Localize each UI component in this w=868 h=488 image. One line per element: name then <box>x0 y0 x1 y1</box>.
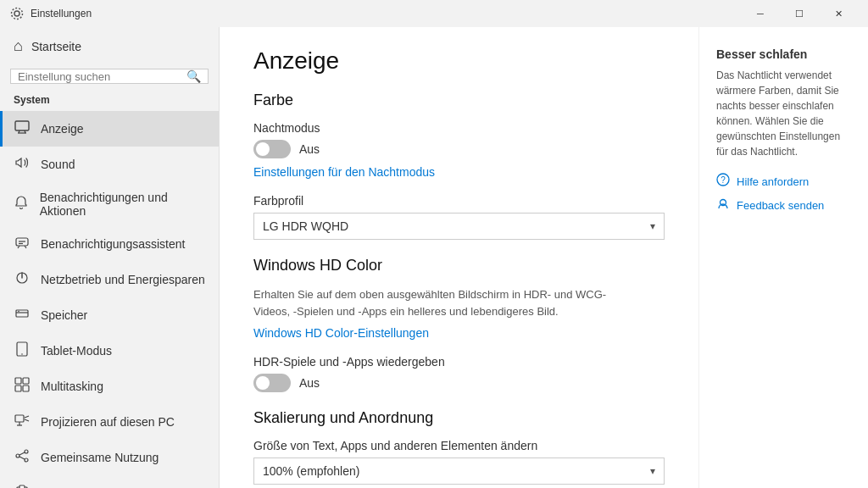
svg-line-21 <box>25 416 29 418</box>
svg-point-26 <box>16 454 19 458</box>
sidebar-item-multitasking[interactable]: Multitasking <box>0 369 219 404</box>
sidebar-item-label-netzbetrieb: Netzbetrieb und Energiesparen <box>41 273 205 286</box>
svg-point-27 <box>25 458 28 462</box>
sidebar-item-label-tablet: Tablet-Modus <box>41 344 112 358</box>
display-icon <box>14 119 31 138</box>
sidebar-item-sound[interactable]: Sound <box>0 147 219 182</box>
project-icon <box>14 413 31 431</box>
tablet-icon <box>14 341 31 360</box>
farbprofil-label: Farbprofil <box>253 194 665 208</box>
sidebar-item-anzeige[interactable]: Anzeige <box>0 111 219 147</box>
sidebar-item-label-sound: Sound <box>41 158 75 171</box>
sidebar: ⌂ Startseite 🔍 System Anzeige Sound Ben <box>0 27 220 488</box>
sound-icon <box>14 155 31 174</box>
groesse-select[interactable]: 100% (empfohlen) ▾ <box>253 458 665 485</box>
help-link[interactable]: ? Hilfe anfordern <box>716 173 851 190</box>
title-bar: Einstellungen ─ ☐ ✕ <box>0 0 868 27</box>
window-title: Einstellungen <box>31 8 741 19</box>
sidebar-item-tablet[interactable]: Tablet-Modus <box>0 333 219 369</box>
svg-point-13 <box>18 311 19 313</box>
help-label: Hilfe anfordern <box>737 175 809 188</box>
groesse-label: Größe von Text, Apps und anderen Element… <box>253 439 665 452</box>
sidebar-item-label-projizieren: Projizieren auf diesen PC <box>41 415 175 429</box>
svg-rect-19 <box>23 385 29 391</box>
search-box[interactable]: 🔍 <box>10 69 209 84</box>
svg-line-29 <box>19 457 25 459</box>
nachtmodus-link[interactable]: Einstellungen für den Nachtmodus <box>253 165 435 179</box>
feedback-label: Feedback senden <box>737 199 824 212</box>
nachtmodus-label: Nachtmodus <box>253 121 665 135</box>
close-button[interactable]: ✕ <box>819 0 858 27</box>
svg-point-1 <box>12 8 23 19</box>
feedback-link[interactable]: Feedback senden <box>716 197 851 214</box>
sidebar-item-projizieren[interactable]: Projizieren auf diesen PC <box>0 404 219 440</box>
nachtmodus-toggle-row: Aus <box>253 140 665 158</box>
sidebar-item-netzbetrieb[interactable]: Netzbetrieb und Energiesparen <box>0 262 219 297</box>
groesse-value: 100% (empfohlen) <box>263 464 643 478</box>
svg-rect-18 <box>15 385 21 391</box>
svg-rect-11 <box>16 310 28 317</box>
svg-rect-20 <box>15 415 24 422</box>
hdr-toggle-text: Aus <box>299 376 320 390</box>
svg-line-22 <box>25 419 29 421</box>
search-input[interactable] <box>18 70 181 83</box>
sidebar-item-label-assistent: Benachrichtigungsassistent <box>41 237 185 251</box>
sidebar-item-zwischenablage[interactable]: Zwischenablage <box>0 475 219 488</box>
app-container: ⌂ Startseite 🔍 System Anzeige Sound Ben <box>0 27 868 488</box>
sidebar-item-label-speicher: Speicher <box>41 308 87 322</box>
maximize-button[interactable]: ☐ <box>780 0 819 27</box>
nachtmodus-toggle[interactable] <box>253 140 291 158</box>
feedback-icon <box>716 197 730 214</box>
minimize-button[interactable]: ─ <box>741 0 780 27</box>
sidebar-item-label-multitasking: Multitasking <box>41 380 103 393</box>
home-label: Startseite <box>31 40 81 53</box>
sidebar-item-gemeinsam[interactable]: Gemeinsame Nutzung <box>0 440 219 475</box>
power-icon <box>14 270 31 289</box>
sidebar-item-assistent[interactable]: Benachrichtigungsassistent <box>0 226 219 262</box>
section-hdcolor: Windows HD Color <box>253 257 665 274</box>
svg-point-25 <box>25 450 28 453</box>
farbprofil-select[interactable]: LG HDR WQHD ▾ <box>253 213 665 240</box>
svg-point-15 <box>21 353 23 355</box>
main-content: Anzeige Farbe Nachtmodus Aus Einstellung… <box>220 27 698 488</box>
notification-icon <box>14 195 30 214</box>
share-icon <box>14 448 31 467</box>
window-controls: ─ ☐ ✕ <box>741 0 858 27</box>
home-icon: ⌂ <box>14 37 23 55</box>
storage-icon <box>14 306 31 324</box>
svg-rect-16 <box>15 378 21 384</box>
svg-line-28 <box>19 452 25 455</box>
hdr-label: HDR-Spiele und -Apps wiedergeben <box>253 355 665 369</box>
assistant-icon <box>14 235 31 253</box>
sidebar-item-benachrichtigungen[interactable]: Benachrichtigungen und Aktionen <box>0 182 219 226</box>
right-panel: Besser schlafen Das Nachtlicht verwendet… <box>698 27 868 488</box>
hdcolor-description: Erhalten Sie auf dem oben ausgewählten B… <box>253 286 609 319</box>
svg-point-0 <box>14 11 19 16</box>
right-panel-text: Das Nachtlicht verwendet wärmere Farben,… <box>716 68 851 159</box>
sidebar-item-label-anzeige: Anzeige <box>41 122 84 136</box>
farbprofil-value: LG HDR WQHD <box>263 219 643 233</box>
sidebar-item-speicher[interactable]: Speicher <box>0 297 219 333</box>
clipboard-icon <box>14 484 31 488</box>
hdcolor-link[interactable]: Windows HD Color-Einstellungen <box>253 326 429 340</box>
section-skalierung: Skalierung und Anordnung <box>253 409 665 427</box>
section-farbe: Farbe <box>253 92 665 109</box>
app-icon <box>10 7 24 20</box>
help-icon: ? <box>716 173 730 190</box>
svg-rect-17 <box>23 378 29 384</box>
search-icon: 🔍 <box>186 69 201 83</box>
nachtmodus-toggle-text: Aus <box>299 142 320 156</box>
sidebar-item-label-benachrichtigungen: Benachrichtigungen und Aktionen <box>40 191 205 218</box>
sidebar-home[interactable]: ⌂ Startseite <box>0 27 219 65</box>
right-panel-title: Besser schlafen <box>716 47 851 61</box>
sidebar-item-label-gemeinsam: Gemeinsame Nutzung <box>41 451 159 464</box>
hdr-toggle-row: Aus <box>253 374 665 392</box>
svg-rect-2 <box>15 121 29 130</box>
groesse-arrow-icon: ▾ <box>650 465 655 477</box>
multitasking-icon <box>14 377 31 396</box>
sidebar-section-label: System <box>0 91 219 111</box>
farbprofil-arrow-icon: ▾ <box>650 220 655 232</box>
hdr-toggle[interactable] <box>253 374 291 392</box>
page-title: Anzeige <box>253 47 665 75</box>
svg-text:?: ? <box>721 175 726 185</box>
